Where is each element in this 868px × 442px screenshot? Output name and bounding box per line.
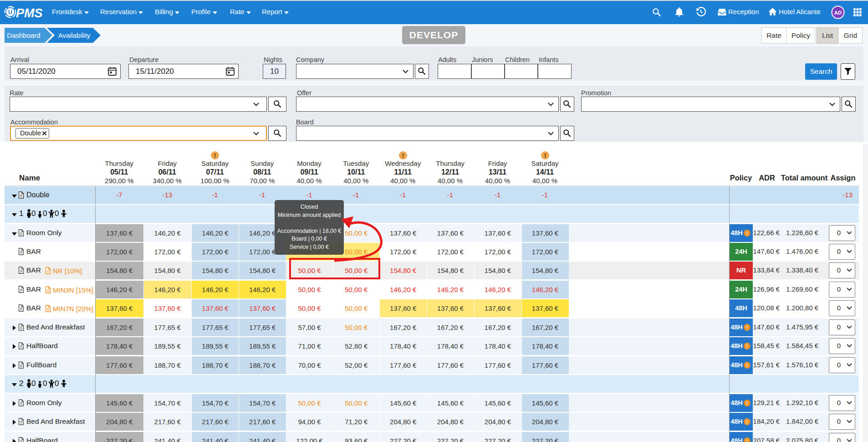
svg-text:!: !: [544, 153, 546, 159]
svg-text:Dashboard: Dashboard: [7, 31, 40, 39]
svg-text:!: !: [214, 153, 216, 159]
svg-text:!: !: [402, 153, 404, 159]
svg-text:PMS: PMS: [16, 6, 43, 20]
svg-text:AD: AD: [834, 10, 842, 15]
svg-text:U: U: [8, 9, 12, 15]
svg-text:Availability: Availability: [58, 31, 91, 39]
